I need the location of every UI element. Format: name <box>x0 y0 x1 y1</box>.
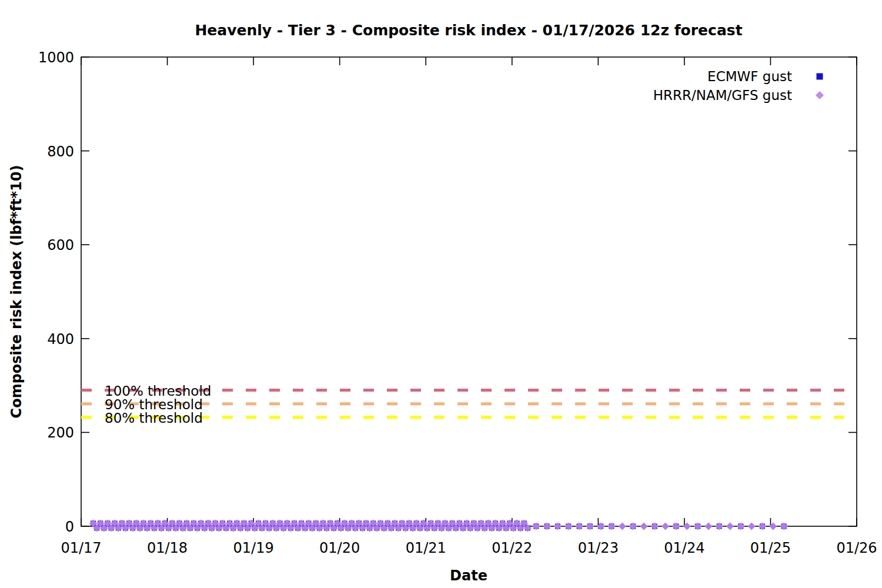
y-axis-label: Composite risk index (lbf*ft*10) <box>8 165 25 419</box>
data-point-hrrr <box>672 523 680 530</box>
legend-label: HRRR/NAM/GFS gust <box>653 88 792 103</box>
x-tick-label: 01/20 <box>319 540 360 556</box>
threshold-label: 90% threshold <box>105 397 203 412</box>
data-point-hrrr <box>759 523 766 530</box>
data-point-hrrr <box>543 523 551 530</box>
y-tick-label: 1000 <box>38 49 74 66</box>
plot-frame <box>81 57 857 526</box>
data-point-hrrr <box>640 523 648 530</box>
data-point-hrrr <box>629 523 637 530</box>
y-tick-label: 400 <box>47 331 74 348</box>
series-hrrr-nam-gfs-gust <box>89 520 788 532</box>
data-point-hrrr <box>694 523 701 530</box>
x-tick-label: 01/24 <box>664 540 704 556</box>
x-tick-label: 01/21 <box>406 540 446 556</box>
threshold-label: 80% threshold <box>105 410 203 426</box>
legend: ECMWF gustHRRR/NAM/GFS gust <box>653 69 824 103</box>
data-point-hrrr <box>748 523 756 530</box>
y-tick-label: 800 <box>47 143 74 160</box>
legend-square-marker-icon <box>817 74 823 80</box>
data-point-hrrr <box>716 523 723 530</box>
data-point-hrrr <box>726 523 734 530</box>
chart-title: Heavenly - Tier 3 - Composite risk index… <box>195 22 742 39</box>
x-tick-label: 01/23 <box>578 540 619 556</box>
threshold-labels: 100% threshold90% threshold80% threshold <box>105 383 211 426</box>
axis-ticks <box>81 57 857 526</box>
x-axis-label: Date <box>450 567 487 584</box>
data-point-hrrr <box>576 523 583 530</box>
x-tick-label: 01/17 <box>61 540 101 556</box>
y-tick-label: 0 <box>65 519 74 535</box>
data-point-hrrr <box>608 523 616 530</box>
legend-label: ECMWF gust <box>707 69 792 84</box>
composite-risk-chart: 100% threshold90% threshold80% threshold… <box>0 0 882 588</box>
data-point-hrrr <box>737 523 744 530</box>
data-point-hrrr <box>619 523 626 530</box>
data-point-hrrr <box>532 523 540 530</box>
y-tick-label: 200 <box>47 425 74 441</box>
plot-border <box>81 57 857 526</box>
data-point-hrrr <box>586 523 594 530</box>
data-point-hrrr <box>554 523 562 530</box>
tick-labels: 01/1701/1801/1901/2001/2101/2201/2301/24… <box>38 49 877 556</box>
chart-page: 100% threshold90% threshold80% threshold… <box>0 0 882 588</box>
data-point-hrrr <box>651 523 659 530</box>
legend-diamond-marker-icon <box>816 91 824 99</box>
x-tick-label: 01/19 <box>233 540 274 556</box>
x-tick-label: 01/22 <box>492 540 532 556</box>
data-point-hrrr <box>662 523 669 530</box>
data-point-hrrr <box>564 523 572 530</box>
data-point-hrrr <box>704 523 712 530</box>
y-tick-label: 600 <box>47 237 74 253</box>
threshold-label: 100% threshold <box>105 383 211 399</box>
x-tick-label: 01/18 <box>147 540 188 556</box>
data-point-hrrr <box>780 523 788 530</box>
x-tick-label: 01/25 <box>750 540 791 556</box>
x-tick-label: 01/26 <box>836 540 877 556</box>
